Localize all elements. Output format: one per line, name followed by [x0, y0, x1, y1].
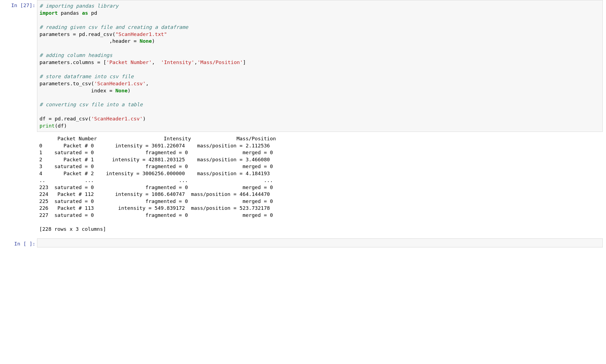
output-line: .. ... ... ... [39, 177, 273, 183]
output-summary: [228 rows x 3 columns] [39, 226, 106, 232]
notebook-container: In [27]: # importing pandas library impo… [0, 0, 606, 247]
output-line: 223 saturated = 0 fragmented = 0 merged … [39, 184, 273, 190]
code-op: . [61, 116, 64, 122]
output-line: Packet Number Intensity Mass/Position [39, 136, 276, 141]
code-string: 'Intensity' [161, 59, 195, 65]
code-name: df [58, 123, 64, 129]
output-line: 2 Packet # 1 intensity = 42881.203125 ma… [39, 157, 270, 162]
code-string: 'Packet Number' [106, 59, 152, 65]
code-op: , [152, 59, 161, 65]
prompt-label: In [27]: [11, 2, 35, 8]
input-prompt: In [ ]: [0, 238, 37, 247]
code-name: parameters [40, 81, 70, 86]
output-line: 224 Packet # 112 intensity = 1086.640747… [39, 191, 270, 197]
code-op: ( [112, 31, 115, 37]
code-name: read_csv [64, 116, 88, 122]
code-name: parameters [40, 31, 73, 37]
code-input-area[interactable]: # importing pandas library import pandas… [37, 0, 603, 132]
code-content[interactable]: # importing pandas library import pandas… [40, 2, 600, 129]
output-line: 0 Packet # 0 intensity = 3691.226074 mas… [39, 143, 270, 148]
output-line: 227 saturated = 0 fragmented = 0 merged … [39, 212, 273, 218]
output-line: 1 saturated = 0 fragmented = 0 merged = … [39, 150, 273, 155]
code-name: ,header [40, 38, 134, 44]
code-name: pandas [58, 10, 82, 16]
code-op: ( [91, 81, 94, 86]
code-op: . [85, 31, 88, 37]
code-comment: # store dataframe into csv file [40, 74, 134, 79]
code-none: None [140, 38, 152, 44]
code-comment: # reading given csv file and creating a … [40, 24, 188, 30]
code-op: ( [55, 123, 58, 129]
code-builtin: print [40, 123, 55, 129]
output-prompt-spacer [0, 134, 37, 236]
output-line: 3 saturated = 0 fragmented = 0 merged = … [39, 163, 273, 169]
code-keyword: as [82, 10, 88, 16]
output-cell: Packet Number Intensity Mass/Position 0 … [0, 134, 606, 236]
code-name: to_csv [73, 81, 91, 86]
output-line: 226 Packet # 113 intensity = 549.839172 … [39, 205, 270, 211]
code-op: = [73, 31, 76, 37]
code-name [112, 88, 115, 93]
code-name: df [40, 116, 49, 122]
code-op: = [49, 116, 51, 122]
code-op: ] [243, 59, 246, 65]
code-name: parameters [40, 59, 70, 65]
code-op: , [194, 59, 197, 65]
code-op: = [97, 59, 100, 65]
code-op: = [134, 38, 137, 44]
code-comment: # adding column headings [40, 52, 112, 58]
code-name: pd [76, 31, 85, 37]
code-op: [ [100, 59, 106, 65]
code-comment: # importing pandas library [40, 3, 119, 9]
code-op: ) [128, 88, 131, 93]
code-op: ) [64, 123, 67, 129]
code-name: pd [88, 10, 97, 16]
code-cell-27: In [27]: # importing pandas library impo… [0, 0, 606, 132]
code-op: ( [88, 116, 91, 122]
code-op: ) [143, 116, 146, 122]
code-name: pd [52, 116, 61, 122]
code-op: . [70, 59, 73, 65]
code-none: None [115, 88, 128, 93]
output-line: 225 saturated = 0 fragmented = 0 merged … [39, 198, 273, 204]
stdout-output: Packet Number Intensity Mass/Position 0 … [37, 134, 606, 236]
input-prompt: In [27]: [0, 0, 37, 132]
code-cell-empty: In [ ]: [0, 238, 606, 247]
code-op: ) [152, 38, 155, 44]
code-input-area[interactable] [37, 238, 603, 247]
output-line: 4 Packet # 2 intensity = 3006256.000000 … [39, 171, 270, 176]
code-string: 'Mass/Position' [197, 59, 243, 65]
prompt-label: In [ ]: [14, 241, 35, 247]
code-op: , [146, 81, 149, 86]
code-string: 'ScanHeader1.csv' [94, 81, 146, 86]
code-string: "ScanHeader1.txt" [115, 31, 167, 37]
code-name: read_csv [88, 31, 112, 37]
code-name: columns [73, 59, 97, 65]
code-op: = [109, 88, 112, 93]
code-op: . [70, 81, 73, 86]
code-name [137, 38, 140, 44]
code-name: index [40, 88, 109, 93]
code-string: 'ScanHeader1.csv' [91, 116, 143, 122]
code-comment: # converting csv file into a table [40, 102, 143, 107]
code-keyword: import [40, 10, 58, 16]
